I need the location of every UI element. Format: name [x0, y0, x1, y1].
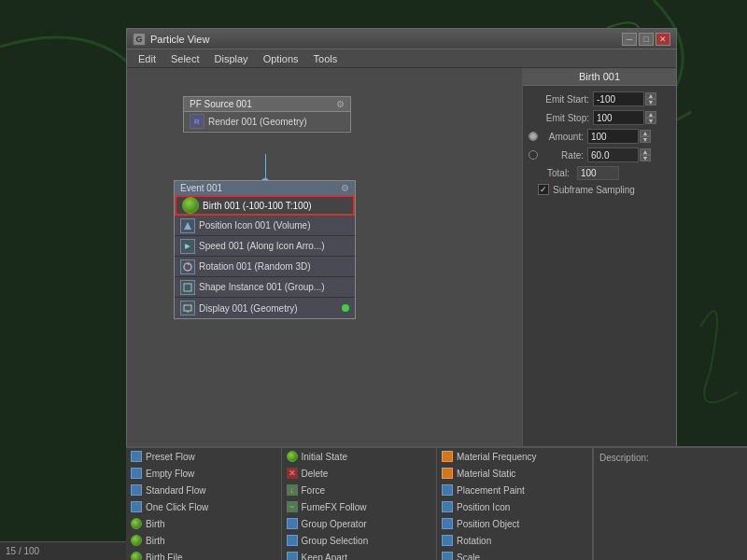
tool-position-object[interactable]: Position Object: [437, 515, 592, 532]
emit-stop-up[interactable]: ▲: [645, 111, 656, 118]
tool-material-freq[interactable]: Material Frequency: [437, 448, 592, 465]
render-node-row[interactable]: R Render 001 (Geometry): [184, 112, 350, 132]
emit-start-up[interactable]: ▲: [645, 92, 656, 99]
material-static-icon: [441, 467, 454, 480]
display-label: Display 001 (Geometry): [199, 303, 298, 314]
rotation-icon: [180, 259, 195, 274]
empty-flow-icon: [130, 467, 143, 480]
tool-birth-file[interactable]: Birth File: [126, 549, 281, 560]
tool-scale[interactable]: Scale: [437, 549, 592, 560]
menu-tools[interactable]: Tools: [306, 51, 345, 66]
title-bar: G Particle View ─ □ ✕: [127, 29, 676, 49]
menu-select[interactable]: Select: [163, 51, 207, 66]
birth-tool-label: Birth: [146, 519, 165, 529]
amount-up[interactable]: ▲: [640, 130, 651, 136]
properties-title: Birth 001: [523, 68, 676, 86]
shape-row[interactable]: Shape Instance 001 (Group...): [175, 277, 355, 298]
menu-bar: Edit Select Display Options Tools: [127, 49, 676, 68]
status-text: 15 / 100: [6, 546, 39, 556]
minimize-button[interactable]: ─: [622, 33, 637, 46]
amount-input[interactable]: [587, 129, 639, 144]
pf-source-title-text: PF Source 001: [190, 99, 252, 109]
group-selection-label: Group Selection: [302, 536, 369, 546]
emit-start-input[interactable]: [593, 91, 644, 106]
speed-icon: [180, 239, 195, 254]
force-label: Force: [302, 485, 326, 496]
toolbar-col1: Preset Flow Empty Flow Standard Flow One…: [126, 448, 282, 560]
preset-flow-label: Preset Flow: [146, 452, 195, 462]
tool-standard-flow[interactable]: Standard Flow: [126, 482, 281, 498]
rate-input[interactable]: [587, 147, 639, 162]
subframe-row: ✓ Subframe Sampling: [529, 184, 670, 195]
tool-delete[interactable]: ✕ Delete: [282, 465, 437, 482]
tool-force[interactable]: ↓ Force: [282, 482, 437, 498]
emit-start-label: Emit Start:: [529, 94, 589, 105]
keep-apart-label: Keep Apart: [302, 553, 347, 561]
tool-empty-flow[interactable]: Empty Flow: [126, 465, 281, 482]
position-icon-row[interactable]: Position Icon 001 (Volume): [175, 216, 355, 236]
tool-position-icon[interactable]: Position Icon: [437, 498, 592, 515]
display-icon: [180, 301, 195, 315]
tool-group-operator[interactable]: Group Operator: [282, 515, 437, 532]
one-click-flow-label: One Click Flow: [146, 502, 208, 512]
toolbar-col2: Initial State ✕ Delete ↓ Force ~ FumeFX …: [282, 448, 438, 560]
tool-rotation[interactable]: Rotation: [437, 532, 592, 549]
rotation-tool-icon: [441, 534, 454, 547]
tool-material-static[interactable]: Material Static: [437, 465, 592, 482]
rotation-label: Rotation 001 (Random 3D): [199, 261, 311, 272]
force-icon: ↓: [286, 483, 299, 497]
pf-source-node[interactable]: PF Source 001 ⚙ R Render 001 (Geometry): [183, 96, 351, 133]
birth-tool-icon: [130, 517, 143, 530]
birth-row[interactable]: Birth 001 (-100-100 T:100): [175, 195, 355, 216]
event-gear[interactable]: ⚙: [341, 183, 349, 193]
position-icon-label: Position Icon 001 (Volume): [199, 220, 311, 231]
description-panel: Description:: [593, 446, 747, 560]
status-bar: 15 / 100: [0, 541, 126, 560]
amount-down[interactable]: ▼: [640, 136, 651, 143]
tool-birth2[interactable]: Birth: [126, 532, 281, 549]
rate-down[interactable]: ▼: [640, 155, 651, 161]
menu-display[interactable]: Display: [207, 51, 256, 66]
speed-row[interactable]: Speed 001 (Along Icon Arro...): [175, 236, 355, 257]
title-bar-buttons: ─ □ ✕: [622, 33, 670, 46]
menu-edit[interactable]: Edit: [131, 51, 163, 66]
toolbar-col3: Material Frequency Material Static Place…: [437, 448, 593, 560]
event-box[interactable]: Event 001 ⚙ Birth 001 (-100-100 T:100) P…: [174, 180, 356, 319]
tool-one-click-flow[interactable]: One Click Flow: [126, 498, 281, 515]
emit-stop-label: Emit Stop:: [529, 113, 589, 123]
amount-radio[interactable]: [529, 132, 538, 141]
subframe-checkbox[interactable]: ✓: [538, 184, 549, 195]
rate-radio[interactable]: [529, 150, 538, 160]
display-row[interactable]: Display 001 (Geometry): [175, 298, 355, 318]
emit-stop-input[interactable]: [593, 110, 644, 125]
empty-flow-label: Empty Flow: [146, 469, 194, 479]
standard-flow-label: Standard Flow: [146, 485, 205, 496]
shape-icon: [180, 280, 195, 295]
tool-preset-flow[interactable]: Preset Flow: [126, 448, 281, 465]
tool-fumefx[interactable]: ~ FumeFX Follow: [282, 498, 437, 515]
rotation-tool-label: Rotation: [457, 536, 491, 546]
amount-spin: ▲ ▼: [640, 130, 651, 143]
tool-birth[interactable]: Birth: [126, 515, 281, 532]
pf-source-gear[interactable]: ⚙: [336, 99, 345, 109]
svg-rect-5: [184, 305, 191, 311]
maximize-button[interactable]: □: [639, 33, 654, 46]
standard-flow-icon: [130, 483, 143, 497]
tool-group-selection[interactable]: Group Selection: [282, 532, 437, 549]
placement-paint-label: Placement Paint: [457, 485, 525, 496]
birth-file-label: Birth File: [146, 553, 182, 561]
tool-placement-paint[interactable]: Placement Paint: [437, 482, 592, 498]
menu-options[interactable]: Options: [256, 51, 306, 66]
birth-file-icon: [130, 551, 143, 560]
svg-marker-1: [184, 222, 191, 230]
rotation-row[interactable]: Rotation 001 (Random 3D): [175, 257, 355, 277]
tool-keep-apart[interactable]: Keep Apart: [282, 549, 437, 560]
subframe-label: Subframe Sampling: [553, 185, 635, 195]
rate-up[interactable]: ▲: [640, 148, 651, 155]
emit-start-down[interactable]: ▼: [645, 99, 656, 105]
emit-stop-down[interactable]: ▼: [645, 118, 656, 124]
close-button[interactable]: ✕: [655, 33, 670, 46]
tool-initial-state[interactable]: Initial State: [282, 448, 437, 465]
position-object-label: Position Object: [457, 519, 519, 529]
pf-source-content: R Render 001 (Geometry): [183, 112, 351, 133]
